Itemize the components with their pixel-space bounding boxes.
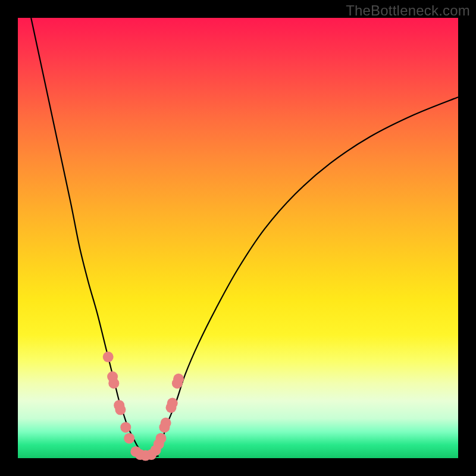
highlight-dots-group [103, 352, 184, 461]
highlight-dot [173, 374, 184, 384]
gradient-plot-area [18, 18, 458, 458]
left-branch-curve [31, 18, 145, 456]
highlight-dot [161, 418, 171, 428]
highlight-dot [167, 398, 178, 409]
highlight-dot [120, 422, 131, 433]
highlight-dot [108, 378, 119, 389]
curve-layer [18, 18, 458, 458]
right-branch-curve [150, 97, 458, 456]
outer-frame: TheBottleneck.com [0, 0, 476, 476]
highlight-dot [124, 433, 134, 444]
highlight-dot [156, 433, 167, 444]
highlight-dot [103, 352, 114, 362]
highlight-dot [115, 405, 126, 415]
attribution-text: TheBottleneck.com [346, 2, 470, 19]
